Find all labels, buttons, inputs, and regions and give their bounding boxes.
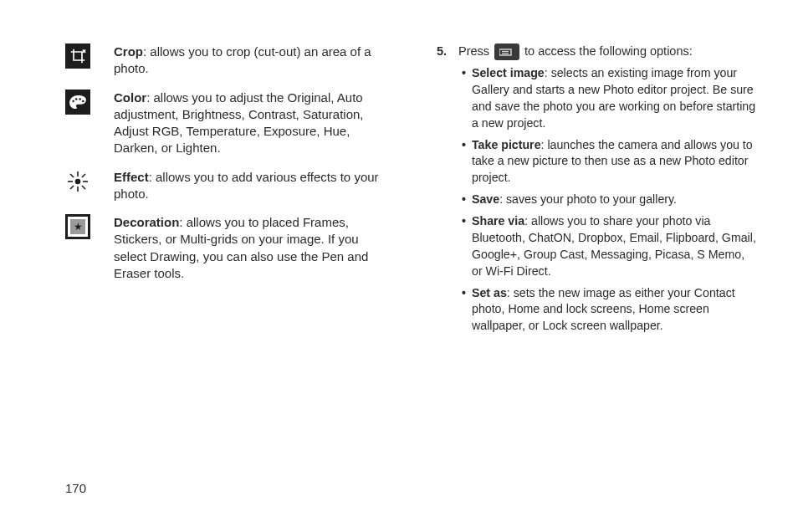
option-desc: : saves your photo to your gallery.: [499, 192, 677, 206]
bullet-icon: •: [462, 137, 472, 187]
feature-text: Crop: allows you to crop (cut-out) an ar…: [114, 43, 386, 78]
option-title: Set as: [472, 286, 507, 299]
step-5: 5. Press to access the following options…: [437, 43, 758, 340]
feature-desc: : allows you to crop (cut-out) an area o…: [114, 44, 371, 75]
svg-line-12: [82, 174, 85, 177]
svg-point-3: [75, 98, 78, 100]
left-column: Crop: allows you to crop (cut-out) an ar…: [65, 43, 386, 532]
manual-page: Crop: allows you to crop (cut-out) an ar…: [0, 0, 798, 532]
press-label: Press: [458, 43, 489, 60]
svg-point-2: [72, 100, 74, 102]
bullet-icon: •: [462, 65, 472, 132]
feature-text: Decoration: allows you to placed Frames,…: [114, 214, 386, 282]
option-share-via: • Share via: allows you to share your ph…: [462, 213, 758, 280]
bullet-icon: •: [462, 192, 472, 208]
feature-desc: : allows you to adjust the Original, Aut…: [114, 90, 363, 156]
svg-point-14: [76, 179, 80, 183]
star-icon: ★: [70, 219, 85, 234]
feature-title: Decoration: [114, 215, 179, 229]
option-take-picture: • Take picture: launches the camera and …: [462, 137, 758, 187]
option-title: Share via: [472, 214, 524, 228]
feature-crop: Crop: allows you to crop (cut-out) an ar…: [65, 43, 386, 78]
option-text: Share via: allows you to share your phot…: [472, 213, 758, 280]
step-instruction: Press to access the following options:: [458, 43, 758, 60]
feature-title: Effect: [114, 170, 149, 184]
decoration-icon: ★: [65, 214, 90, 239]
svg-point-4: [79, 98, 81, 100]
press-tail: to access the following options:: [524, 43, 693, 60]
feature-desc: : allows you to add various effects to y…: [114, 170, 379, 201]
crop-icon: [65, 43, 90, 69]
right-column: 5. Press to access the following options…: [437, 43, 758, 532]
feature-text: Color: allows you to adjust the Original…: [114, 90, 386, 157]
option-text: Set as: sets the new image as either you…: [472, 285, 758, 335]
bullet-icon: •: [462, 213, 472, 280]
feature-text: Effect: allows you to add various effect…: [114, 169, 386, 203]
option-set-as: • Set as: sets the new image as either y…: [462, 285, 758, 335]
svg-point-5: [82, 100, 84, 102]
feature-title: Crop: [114, 44, 143, 59]
option-select-image: • Select image: selects an existing imag…: [462, 65, 758, 132]
option-text: Take picture: launches the camera and al…: [472, 137, 758, 187]
svg-line-13: [70, 186, 74, 189]
option-desc: : sets the new image as either your Cont…: [472, 286, 735, 333]
effect-icon: [65, 169, 90, 194]
feature-color: Color: allows you to adjust the Original…: [65, 90, 386, 157]
option-title: Select image: [472, 66, 545, 79]
options-list: • Select image: selects an existing imag…: [458, 65, 758, 335]
feature-title: Color: [114, 90, 146, 105]
bullet-icon: •: [462, 285, 472, 335]
svg-line-10: [70, 174, 74, 177]
option-text: Save: saves your photo to your gallery.: [472, 192, 758, 208]
svg-rect-15: [499, 49, 511, 55]
option-title: Save: [472, 192, 499, 206]
feature-effect: Effect: allows you to add various effect…: [65, 169, 386, 203]
option-text: Select image: selects an existing image …: [472, 65, 758, 132]
page-number: 170: [65, 480, 86, 497]
step-number: 5.: [437, 43, 458, 60]
feature-decoration: ★ Decoration: allows you to placed Frame…: [65, 214, 386, 282]
menu-icon: [494, 43, 519, 60]
option-title: Take picture: [472, 138, 541, 151]
palette-icon: [65, 90, 90, 115]
step-body: Press to access the following options: •: [458, 43, 758, 340]
svg-line-11: [82, 186, 85, 189]
option-save: • Save: saves your photo to your gallery…: [462, 192, 758, 208]
